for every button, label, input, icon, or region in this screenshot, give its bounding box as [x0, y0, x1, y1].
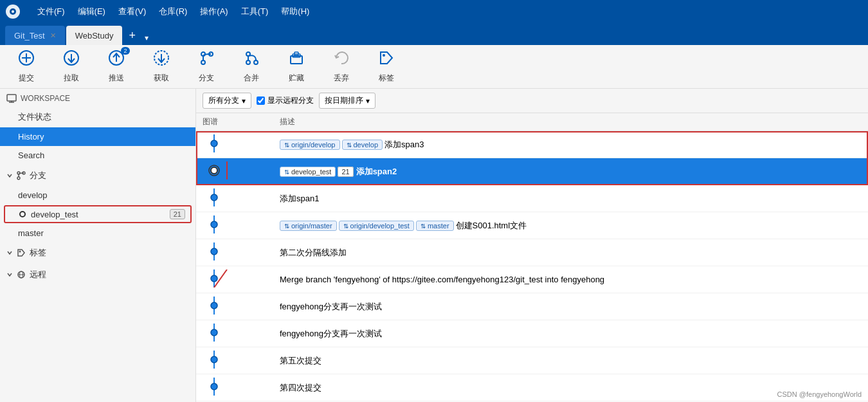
tab-add-button[interactable]: + [123, 26, 141, 45]
tag-pill-text: develop_test [291, 168, 331, 176]
commit-graph-cell [196, 158, 273, 185]
toolbar-commit-button[interactable]: 提交 [10, 46, 42, 87]
commit-description: 第二次分隔线添加 [280, 248, 347, 257]
commit-row[interactable]: 添加span1 [196, 185, 868, 212]
toolbar-discard-button[interactable]: 丢弃 [325, 46, 357, 87]
branch-tag-icon: ⇅ [284, 142, 289, 149]
commit-desc-cell: 添加span1 [273, 185, 868, 212]
col-graph-header: 图谱 [196, 113, 273, 131]
svg-point-55 [211, 356, 217, 363]
commit-description: 添加span2 [356, 167, 397, 176]
col-desc-header: 描述 [273, 113, 868, 131]
commit-row[interactable]: ⇅develop_test21添加span2 [196, 158, 868, 185]
commit-row[interactable]: Merge branch 'fengyehong' of https://git… [196, 266, 868, 293]
sidebar-branch-develop[interactable]: develop [0, 187, 195, 204]
tab-git-test-label: Git_Test [14, 31, 45, 41]
stash-label: 贮藏 [289, 73, 304, 84]
tab-webstudy[interactable]: WebStudy [66, 26, 123, 45]
filter-branches-button[interactable]: 所有分支 ▾ [203, 93, 251, 109]
menu-repo[interactable]: 仓库(R) [152, 2, 194, 21]
show-remote-checkbox[interactable] [257, 96, 265, 105]
sidebar-branch-master[interactable]: master [0, 224, 195, 242]
svg-point-49 [211, 275, 217, 282]
commit-description: fengyehong分支再一次测试 [280, 329, 382, 338]
sidebar-branch-develop-test[interactable]: develop_test 21 [4, 205, 192, 223]
sidebar-remote-section[interactable]: 远程 [0, 264, 195, 286]
sidebar-tags-section[interactable]: 标签 [0, 242, 195, 264]
tag-pill-text: develop [354, 141, 379, 149]
commit-label: 提交 [19, 73, 34, 84]
tab-git-test[interactable]: Git_Test ✕ [5, 26, 65, 45]
logo-icon [5, 4, 21, 19]
discard-icon [333, 50, 350, 70]
commit-graph-cell [196, 131, 273, 158]
tab-dropdown-button[interactable]: ▾ [142, 31, 151, 45]
sidebar-file-status[interactable]: 文件状态 [0, 107, 195, 127]
workspace-icon [6, 94, 17, 103]
sidebar-history[interactable]: History [0, 127, 195, 146]
commit-graph-cell [196, 266, 273, 293]
toolbar-stash-button[interactable]: 贮藏 [280, 46, 312, 87]
commit-row[interactable]: 第二次分隔线添加 [196, 239, 868, 266]
branch-tag-icon: ⇅ [420, 223, 426, 230]
tags-label: 标签 [30, 247, 46, 259]
commit-desc-cell: fengyehong分支再一次测试 [273, 293, 868, 320]
commit-row[interactable]: 第四次提交 [196, 374, 868, 401]
toolbar-fetch-button[interactable]: 获取 [145, 46, 177, 87]
svg-point-31 [19, 251, 21, 253]
commit-description: 创建S001.html文件 [456, 221, 527, 230]
commit-row[interactable]: fengyehong分支再一次测试 [196, 320, 868, 347]
tag-pill: ⇅origin/develop_test [339, 221, 414, 231]
sort-button[interactable]: 按日期排序 ▾ [319, 93, 375, 109]
commit-row[interactable]: fengyehong分支再一次测试 [196, 293, 868, 320]
sidebar-search[interactable]: Search [0, 146, 195, 165]
svg-point-53 [211, 329, 217, 336]
remote-section-icon [17, 270, 26, 279]
svg-point-46 [211, 248, 217, 255]
tab-git-test-close[interactable]: ✕ [50, 32, 56, 40]
tag-pill-text: origin/master [291, 222, 332, 230]
commit-desc-cell: fengyehong分支再一次测试 [273, 320, 868, 347]
sidebar-branches-section[interactable]: 分支 [0, 165, 195, 187]
svg-point-16 [246, 60, 250, 64]
content-area: 所有分支 ▾ 显示远程分支 按日期排序 ▾ 图谱 描述 [196, 89, 868, 402]
menu-help[interactable]: 帮助(H) [275, 2, 316, 21]
commit-desc-cell: Merge branch 'fengyehong' of https://git… [273, 266, 868, 293]
commit-row[interactable]: 第五次提交 [196, 347, 868, 374]
tag-pill: ⇅master [416, 221, 454, 231]
menu-view[interactable]: 查看(V) [112, 2, 152, 21]
show-remote-checkbox-label[interactable]: 显示远程分支 [257, 95, 314, 106]
commit-desc-cell: ⇅origin/develop⇅develop添加span3 [273, 131, 868, 158]
commit-icon [18, 50, 35, 70]
workspace-label: WORKSPACE [21, 94, 70, 103]
toolbar-push-button[interactable]: 2 推送 [100, 46, 132, 87]
commit-description: Merge branch 'fengyehong' of https://git… [280, 275, 604, 284]
branch-label: 分支 [199, 73, 214, 84]
sidebar: WORKSPACE 文件状态 History Search 分支 develop… [0, 89, 196, 402]
toolbar: 提交 拉取 2 推送 [0, 45, 868, 89]
branch-tag-icon: ⇅ [284, 223, 289, 230]
current-branch-badge: 21 [338, 167, 353, 177]
menu-action[interactable]: 操作(A) [194, 2, 234, 21]
toolbar-tag-button[interactable]: 标签 [370, 46, 402, 87]
toolbar-branch-button[interactable]: 分支 [190, 46, 222, 87]
menu-edit[interactable]: 编辑(E) [71, 2, 112, 21]
stash-icon [288, 50, 305, 70]
merge-label: 合并 [244, 73, 259, 84]
commit-desc-cell: ⇅origin/master⇅origin/develop_test⇅maste… [273, 212, 868, 239]
toolbar-pull-button[interactable]: 拉取 [55, 46, 87, 87]
commit-row[interactable]: ⇅origin/develop⇅develop添加span3 [196, 131, 868, 158]
branch-section-icon [17, 171, 26, 180]
sort-label: 按日期排序 [325, 95, 363, 106]
svg-point-2 [12, 10, 14, 13]
discard-label: 丢弃 [334, 73, 349, 84]
toolbar-merge-button[interactable]: 合并 [235, 46, 267, 87]
tag-icon [378, 50, 395, 70]
commit-description: 添加span1 [280, 194, 319, 203]
branch-develop-test-badge: 21 [170, 209, 185, 219]
watermark: CSDN @fengyehongWorld [777, 390, 862, 398]
commit-row[interactable]: ⇅origin/master⇅origin/develop_test⇅maste… [196, 212, 868, 239]
menu-file[interactable]: 文件(F) [31, 2, 71, 21]
menu-tools[interactable]: 工具(T) [235, 2, 275, 21]
branch-icon [198, 50, 215, 70]
